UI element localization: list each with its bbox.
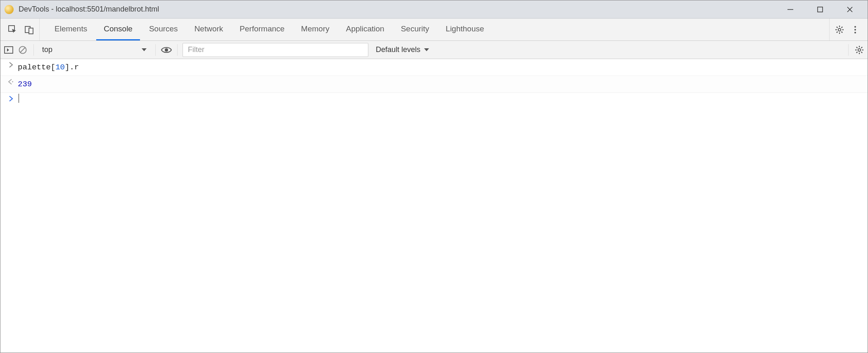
tab-label: Elements [55,24,87,33]
tab-console[interactable]: Console [96,19,140,40]
minimize-button[interactable] [784,3,797,16]
context-label: top [42,45,52,54]
tab-label: Lighthouse [446,24,484,33]
svg-line-29 [861,52,863,53]
svg-rect-1 [818,7,823,12]
clear-console-icon[interactable] [17,44,28,56]
tab-label: Performance [240,24,285,33]
settings-gear-icon[interactable] [834,24,845,36]
tab-lighthouse[interactable]: Lighthouse [438,19,491,40]
svg-point-16 [854,26,856,28]
window-titlebar: DevTools - localhost:5501/mandelbrot.htm… [0,0,868,19]
toggle-sidebar-icon[interactable] [3,44,14,56]
svg-line-14 [837,31,838,33]
svg-point-23 [858,48,861,51]
console-settings-gear-icon[interactable] [854,44,865,56]
console-toolbar: top Default levels [0,41,868,59]
svg-line-13 [842,31,843,33]
svg-rect-6 [29,28,33,34]
tab-label: Application [346,24,384,33]
tab-label: Network [194,24,223,33]
inspect-element-icon[interactable] [7,24,19,36]
tab-label: Console [104,24,133,33]
console-prompt-row[interactable] [0,93,868,104]
tab-list: Elements Console Sources Network Perform… [40,19,491,40]
tab-elements[interactable]: Elements [47,19,95,40]
svg-point-32 [12,81,13,83]
text-caret [19,94,19,103]
window-title: DevTools - localhost:5501/mandelbrot.htm… [19,5,784,14]
prompt-chevron-icon [6,94,15,102]
tab-performance[interactable]: Performance [232,19,292,40]
svg-point-22 [165,48,168,52]
input-chevron-icon [6,60,15,68]
log-levels-selector[interactable]: Default levels [371,45,434,54]
svg-point-7 [838,28,841,31]
svg-point-17 [854,29,856,31]
filter-input[interactable] [183,43,368,57]
window-controls [784,3,863,16]
console-input-row: palette[10].r [0,59,868,76]
tab-memory[interactable]: Memory [294,19,337,40]
device-toolbar-icon[interactable] [24,24,35,36]
kebab-menu-icon[interactable] [849,24,861,36]
tab-label: Sources [149,24,178,33]
execution-context-selector[interactable]: top [39,45,150,55]
console-output-area[interactable]: palette[10].r 239 [0,59,868,104]
console-result-value: 239 [15,77,32,92]
close-button[interactable] [844,3,856,16]
devtools-tabbar: Elements Console Sources Network Perform… [0,19,868,41]
output-chevron-icon [6,77,15,85]
tab-label: Memory [301,24,330,33]
svg-line-28 [856,47,858,48]
live-expression-eye-icon[interactable] [161,44,172,56]
svg-point-18 [854,32,856,33]
svg-line-15 [842,26,843,28]
console-result-row: 239 [0,76,868,93]
tab-sources[interactable]: Sources [142,19,185,40]
svg-line-30 [856,52,858,53]
dropdown-triangle-icon [141,48,147,52]
svg-line-21 [20,47,25,52]
tab-network[interactable]: Network [187,19,231,40]
devtools-app-icon [5,5,14,14]
maximize-button[interactable] [814,3,826,16]
tab-application[interactable]: Application [339,19,392,40]
levels-label: Default levels [376,45,420,54]
svg-line-31 [861,47,863,48]
dropdown-triangle-icon [424,48,429,52]
svg-line-12 [837,26,838,28]
tab-label: Security [401,24,429,33]
tab-security[interactable]: Security [394,19,437,40]
console-input[interactable] [15,94,19,103]
console-entered-expression: palette[10].r [15,60,79,75]
